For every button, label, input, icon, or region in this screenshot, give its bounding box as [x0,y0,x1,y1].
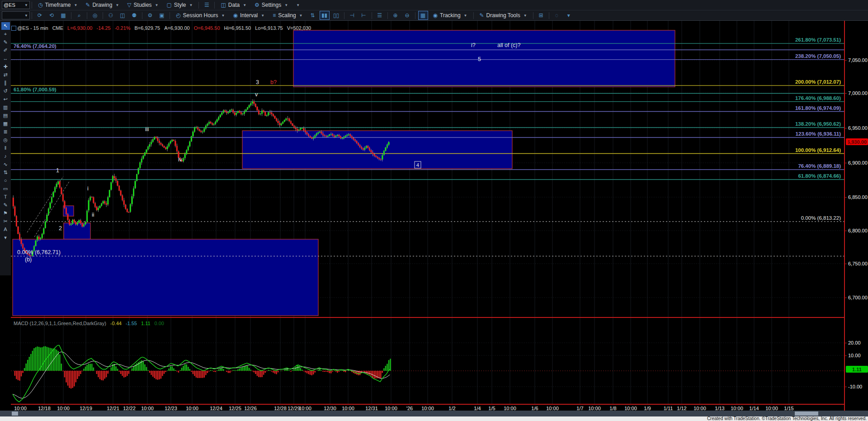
scrollbar-thumb[interactable] [795,412,818,416]
volume-profile-tool[interactable]: ▤ [1,112,10,119]
pause-tool[interactable]: ‖ [1,144,10,152]
bars-tool[interactable]: ▥ [1,104,10,111]
insert-chart-icon[interactable]: ⊞ [536,11,546,20]
parallel-lines-tool[interactable]: ∥ [1,79,10,87]
grid-tool[interactable]: ▦ [1,120,10,128]
candle-body [249,105,250,107]
header-field: CME [52,25,63,31]
last-price-badge: 6,930.00 [846,138,868,145]
list-tool[interactable]: ≣ [1,128,10,136]
drawing-tools-menu[interactable]: ✎Drawing Tools▼ [476,12,531,19]
scrollbar-left-handle[interactable] [12,412,18,416]
candle-body [69,220,70,224]
candle-body [308,134,309,136]
candle-body [274,116,276,118]
create-alert-icon[interactable]: ⚇ [106,11,116,20]
note-tool[interactable]: ♪ [1,152,10,160]
scaling-menu[interactable]: ≡Scaling▼ [269,12,307,19]
copyright-text: Created with TradeStation. ©TradeStation… [707,416,868,421]
crosshair-tool[interactable]: + [1,30,10,38]
line-style-icon[interactable]: ⇅ [308,11,318,20]
symbol-combo[interactable]: @ES ▼ [2,1,30,9]
interval-menu[interactable]: ◉Interval▼ [229,12,269,19]
zoom-in-icon[interactable]: ⊕ [391,11,401,20]
label-a-tool[interactable]: A [1,226,10,233]
accounts-icon[interactable]: ⚉ [129,11,139,20]
menu-timeframe[interactable]: ◷ Timeframe ▼ [34,2,81,8]
format-window-icon[interactable]: ▣ [157,11,167,20]
text-tool[interactable]: T [1,193,10,201]
wave-tool[interactable]: ∿ [1,161,10,168]
cut-tool[interactable]: ✂ [1,218,10,225]
curve-tool[interactable]: ↩ [1,95,10,103]
axis-tick [845,343,847,343]
candle-body [66,208,67,214]
drawing-tools-menu-label: Drawing Tools [486,12,520,19]
pointer-tool[interactable]: ↖ [1,22,10,30]
tracking-menu[interactable]: ◉Tracking▼ [429,12,472,19]
rectangle-tool[interactable]: ▭ [1,185,10,193]
macd-histogram-bar [332,371,333,372]
move-tool[interactable]: ✚ [1,63,10,71]
menu-style[interactable]: ▢ Style ▼ [163,2,197,8]
drawing-tools-menu-icon: ✎ [480,13,484,18]
macd-histogram-bar [237,369,239,371]
price-axis[interactable]: 7,050.007,000.006,950.006,900.006,850.00… [844,20,868,411]
macd-histogram-bar [266,371,268,371]
horizontal-expand-tool[interactable]: ↔ [1,55,10,62]
macd-study-header[interactable]: MACD (12,26,9,1,1,Green,Red,DarkGray)-0.… [14,321,168,326]
flag-tool[interactable]: ⚑ [1,209,10,217]
more-tools-caret[interactable]: ▾ [1,234,10,241]
candle-body [165,147,166,149]
sort-tool[interactable]: ⇅ [1,169,10,176]
candle-body [297,129,298,131]
pencil-tool[interactable]: ✎ [1,38,10,46]
candle-body [298,130,300,130]
grid-toggle-icon[interactable]: ▦ [418,11,428,20]
candle-body [326,136,327,137]
bar-spacing-increase-icon[interactable]: ⊢ [359,11,369,20]
candle-body [88,200,90,210]
format-symbol-icon[interactable]: ⚙ [145,11,155,20]
save-analysis-icon[interactable]: ◫ [118,11,127,20]
matrix-icon[interactable]: ▦ [58,11,68,20]
refresh-icon[interactable]: ⟳ [35,11,45,20]
annotate-tool[interactable]: ✎ [1,201,10,209]
candle-body [98,208,99,210]
zoom-out-icon[interactable]: ⊖ [402,11,412,20]
lasso-icon[interactable]: ◌ [552,11,562,20]
symbol-lookup-combo[interactable]: ▼ [2,11,30,19]
symbol-search-icon[interactable]: ⌕ [74,11,84,20]
chart-canvas[interactable]: 261.80% (7,073.51)238.20% (7,050.05)200.… [11,20,844,404]
price-axis-label: 6,700.00 [848,295,868,300]
session-hours-menu[interactable]: ◴Session Hours▼ [172,12,229,19]
menu-studies[interactable]: ▽ Studies ▼ [123,2,162,8]
toolbar-overflow-caret-icon[interactable]: ▼ [293,0,303,9]
menu-drawing[interactable]: ✎ Drawing ▼ [81,2,123,8]
menu-settings[interactable]: ⚙ Settings ▼ [250,2,292,8]
fib-label: 238.20% (7,050.05) [795,53,841,59]
stacked-windows-icon[interactable]: ☰ [202,0,212,9]
layers-icon[interactable]: ☰ [375,11,385,20]
target-tool[interactable]: ◎ [1,136,10,144]
objects-icon[interactable]: ◎ [90,11,100,20]
macd-histogram-bar [168,369,170,371]
fib-label: 176.40% (6,988.60) [795,95,841,101]
bar-spacing-decrease-icon[interactable]: ⊣ [347,11,357,20]
candle-body [363,148,364,150]
ellipse-tool[interactable]: ○ [1,177,10,184]
menu-data[interactable]: ◫ Data ▼ [217,2,250,8]
rotate-tool[interactable]: ↺ [1,87,10,95]
macd-histogram-bar [14,371,16,376]
chart-window-icon[interactable] [11,26,16,31]
macd-histogram-bar [327,371,329,372]
history-icon[interactable]: ⟲ [47,11,57,20]
hollow-candle-style-icon[interactable]: ▯▯ [331,11,341,20]
overflow-caret-icon[interactable]: ▾ [564,11,574,20]
swap-tool[interactable]: ⇄ [1,71,10,79]
candle-body [72,220,73,224]
candle-body [268,113,269,115]
candlestick-style-icon[interactable]: ▮▮ [320,11,330,20]
marker-tool[interactable]: ✐ [1,47,10,54]
macd-histogram-bar [42,347,43,371]
